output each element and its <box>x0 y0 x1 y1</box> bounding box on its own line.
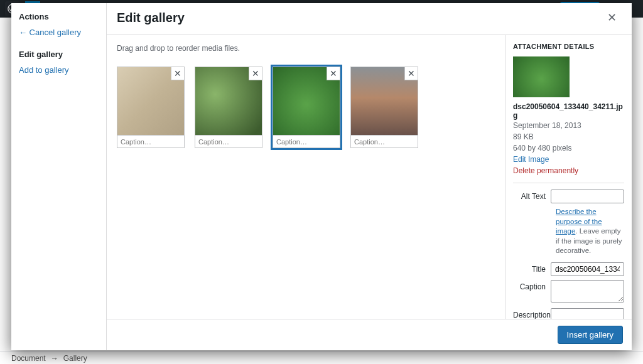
gallery-thumb[interactable]: ✕ <box>195 67 262 148</box>
attachment-date: September 18, 2013 <box>513 120 624 131</box>
gallery-thumb[interactable]: ✕ <box>273 67 340 148</box>
thumb-image[interactable]: ✕ <box>351 67 418 135</box>
remove-thumb-icon[interactable]: ✕ <box>171 67 185 80</box>
attachment-details-heading: Attachment Details <box>513 43 624 50</box>
thumb-image[interactable]: ✕ <box>117 67 184 135</box>
attachment-filename: dsc20050604_133440_34211.jpg <box>513 102 624 120</box>
title-input[interactable] <box>551 262 624 276</box>
thumb-image[interactable]: ✕ <box>273 67 340 135</box>
sidebar-edit-gallery-heading: Edit gallery <box>19 50 99 59</box>
breadcrumb-separator: → <box>51 354 58 363</box>
caption-label: Caption <box>513 280 551 291</box>
description-textarea[interactable] <box>551 308 624 319</box>
thumb-caption-input[interactable] <box>273 136 340 147</box>
gallery-area: Drag and drop to reorder media files. ✕✕… <box>107 35 505 319</box>
remove-thumb-icon[interactable]: ✕ <box>249 67 262 80</box>
gallery-thumb[interactable]: ✕ <box>350 67 418 148</box>
thumb-caption-input[interactable] <box>195 136 262 147</box>
alt-text-input[interactable] <box>551 190 624 203</box>
reorder-instructions: Drag and drop to reorder media files. <box>117 44 495 53</box>
delete-permanently-link[interactable]: Delete permanently <box>513 166 578 175</box>
modal-footer: Insert gallery <box>107 319 632 350</box>
thumb-caption-input[interactable] <box>351 136 418 147</box>
alt-text-label: Alt Text <box>513 190 551 201</box>
remove-thumb-icon[interactable]: ✕ <box>404 67 418 80</box>
thumb-caption-input[interactable] <box>117 136 184 147</box>
insert-gallery-button[interactable]: Insert gallery <box>558 326 623 344</box>
attachment-details-panel: Attachment Details dsc20050604_133440_34… <box>505 35 632 319</box>
breadcrumb-document[interactable]: Document <box>11 354 46 363</box>
thumb-image[interactable]: ✕ <box>195 67 262 135</box>
breadcrumb-gallery[interactable]: Gallery <box>63 354 87 363</box>
modal-main: Edit gallery ✕ Drag and drop to reorder … <box>107 3 632 350</box>
attachment-dimensions: 640 by 480 pixels <box>513 142 624 154</box>
remove-thumb-icon[interactable]: ✕ <box>327 67 340 80</box>
caption-textarea[interactable] <box>551 280 624 302</box>
edit-image-link[interactable]: Edit Image <box>513 155 549 164</box>
media-modal: Actions ← Cancel gallery Edit gallery Ad… <box>11 3 632 350</box>
title-label: Title <box>513 262 551 274</box>
alt-text-help: Describe the purpose of the image. Leave… <box>556 207 624 256</box>
editor-breadcrumb: Document → Gallery <box>0 351 643 364</box>
thumbnail-list: ✕✕✕✕ <box>117 67 495 148</box>
sidebar-actions-heading: Actions <box>19 12 99 21</box>
cancel-gallery-link[interactable]: ← Cancel gallery <box>19 28 99 37</box>
add-to-gallery-link[interactable]: Add to gallery <box>19 65 99 75</box>
close-icon[interactable]: ✕ <box>602 8 622 27</box>
modal-title: Edit gallery <box>117 11 185 25</box>
modal-sidebar: Actions ← Cancel gallery Edit gallery Ad… <box>11 3 107 350</box>
description-label: Description <box>513 308 551 319</box>
gallery-thumb[interactable]: ✕ <box>117 67 185 148</box>
attachment-size: 89 KB <box>513 131 624 142</box>
attachment-preview-image <box>513 56 570 97</box>
